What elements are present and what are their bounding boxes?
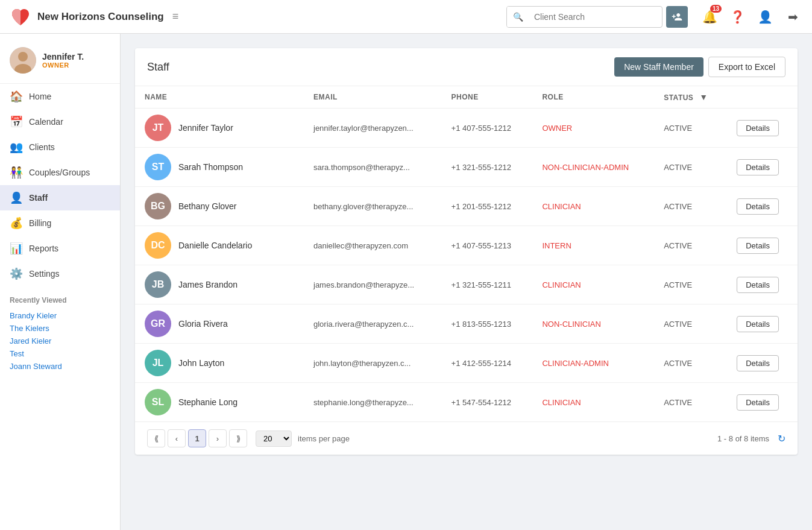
items-per-page-label: items per page (298, 434, 350, 443)
reports-nav-icon: 📊 (10, 242, 23, 255)
staff-action-cell-7: Details (727, 383, 798, 422)
staff-name-cell-3: DC Danielle Candelario (135, 226, 304, 265)
sidebar-item-home[interactable]: 🏠Home (0, 84, 120, 109)
staff-name-0: Jennifer Taylor (178, 123, 233, 133)
recent-link[interactable]: The Kielers (10, 322, 110, 335)
staff-status-cell-0: ACTIVE (654, 109, 727, 148)
staff-name-2: Bethany Glover (178, 201, 237, 211)
export-excel-button[interactable]: Export to Excel (708, 57, 785, 77)
details-button-0[interactable]: Details (737, 120, 779, 136)
details-button-4[interactable]: Details (737, 277, 779, 293)
staff-name-3: Danielle Candelario (178, 241, 252, 250)
sidebar-item-label-calendar: Calendar (29, 117, 63, 127)
add-client-button[interactable] (666, 6, 688, 28)
sidebar-item-label-reports: Reports (29, 244, 58, 253)
clients-nav-icon: 👥 (10, 140, 23, 154)
refresh-icon[interactable]: ↻ (778, 433, 785, 444)
sidebar-item-couples[interactable]: 👫Couples/Groups (0, 160, 120, 185)
search-area: 🔍 (506, 6, 688, 28)
staff-role-cell-3: INTERN (532, 226, 654, 265)
staff-name-1: Sarah Thompson (178, 162, 243, 172)
billing-nav-icon: 💰 (10, 216, 23, 230)
svg-point-1 (18, 52, 28, 62)
staff-phone-cell-6: +1 412-555-1214 (442, 344, 533, 383)
staff-status-cell-5: ACTIVE (654, 304, 727, 344)
staff-avatar-2: BG (145, 193, 171, 219)
staff-status-cell-4: ACTIVE (654, 265, 727, 304)
last-page-button[interactable]: ⟫ (229, 429, 247, 447)
staff-name-cell-0: JT Jennifer Taylor (135, 109, 304, 148)
sidebar-item-clients[interactable]: 👥Clients (0, 134, 120, 160)
recent-link[interactable]: Test (10, 347, 110, 360)
staff-email-cell-5: gloria.rivera@therapyzen.c... (304, 304, 442, 344)
next-page-button[interactable]: › (209, 429, 227, 447)
staff-action-cell-3: Details (727, 226, 798, 265)
help-button[interactable]: ❓ (728, 7, 747, 27)
staff-role-cell-7: CLINICIAN (532, 383, 654, 422)
table-row: GR Gloria Rivera gloria.rivera@therapyze… (135, 304, 798, 344)
staff-avatar-7: SL (145, 389, 171, 415)
table-row: JB James Brandon james.brandon@therapyze… (135, 265, 798, 304)
staff-role-cell-6: CLINICIAN-ADMIN (532, 344, 654, 383)
details-button-3[interactable]: Details (737, 238, 779, 254)
table-row: JT Jennifer Taylor jennifer.taylor@thera… (135, 109, 798, 148)
recent-link[interactable]: Joann Steward (10, 360, 110, 373)
couples-nav-icon: 👫 (10, 166, 23, 179)
page-1-button[interactable]: 1 (188, 429, 206, 447)
hamburger-menu[interactable]: ≡ (172, 10, 179, 23)
sidebar-item-staff[interactable]: 👤Staff (0, 185, 120, 210)
sidebar-item-reports[interactable]: 📊Reports (0, 236, 120, 261)
staff-email-cell-7: stephanie.long@therapyze... (304, 383, 442, 422)
main-content: Staff New Staff Member Export to Excel N… (121, 34, 812, 530)
staff-name-4: James Brandon (178, 280, 238, 289)
staff-phone-cell-7: +1 547-554-1212 (442, 383, 533, 422)
staff-name-cell-4: JB James Brandon (135, 265, 304, 304)
table-row: DC Danielle Candelario daniellec@therapy… (135, 226, 798, 265)
prev-page-button[interactable]: ‹ (168, 429, 186, 447)
details-button-2[interactable]: Details (737, 198, 779, 215)
items-per-page-select[interactable]: 20 50 100 (256, 431, 292, 447)
staff-name-5: Gloria Rivera (178, 319, 228, 329)
details-button-7[interactable]: Details (737, 394, 779, 411)
staff-avatar-0: JT (145, 115, 171, 141)
details-button-5[interactable]: Details (737, 316, 779, 332)
staff-header: Staff New Staff Member Export to Excel (135, 48, 798, 86)
calendar-nav-icon: 📅 (10, 115, 23, 128)
details-button-6[interactable]: Details (737, 355, 779, 371)
staff-name-6: John Layton (178, 358, 224, 368)
recent-link[interactable]: Jared Kieler (10, 335, 110, 347)
new-staff-button[interactable]: New Staff Member (614, 57, 703, 77)
staff-role-cell-5: NON-CLINICIAN (532, 304, 654, 344)
staff-action-cell-4: Details (727, 265, 798, 304)
sidebar-item-settings[interactable]: ⚙️Settings (0, 261, 120, 286)
staff-name-cell-7: SL Stephanie Long (135, 383, 304, 422)
sidebar-item-label-home: Home (29, 92, 51, 101)
user-info: Jennifer T. OWNER (42, 52, 84, 69)
staff-email-cell-4: james.brandon@therapyze... (304, 265, 442, 304)
user-role: OWNER (42, 62, 84, 69)
staff-name-7: Stephanie Long (178, 397, 238, 407)
sidebar-item-calendar[interactable]: 📅Calendar (0, 109, 120, 134)
staff-phone-cell-4: +1 321-555-1211 (442, 265, 533, 304)
staff-table-body: JT Jennifer Taylor jennifer.taylor@thera… (135, 109, 798, 422)
settings-nav-icon: ⚙️ (10, 267, 23, 280)
pagination-info: 1 - 8 of 8 items (717, 434, 769, 443)
recent-link[interactable]: Brandy Kieler (10, 309, 110, 322)
staff-table: NAME EMAIL PHONE ROLE STATUS ▼ (135, 86, 798, 421)
user-avatar (10, 47, 36, 74)
user-name: Jennifer T. (42, 52, 84, 62)
staff-action-cell-5: Details (727, 304, 798, 344)
staff-avatar-5: GR (145, 311, 171, 337)
search-icon-button[interactable]: 🔍 (507, 7, 529, 27)
logout-button[interactable]: ➡ (783, 7, 802, 27)
staff-action-cell-0: Details (727, 109, 798, 148)
filter-icon[interactable]: ▼ (699, 92, 708, 102)
details-button-1[interactable]: Details (737, 159, 779, 175)
account-button[interactable]: 👤 (755, 7, 775, 27)
sidebar-item-billing[interactable]: 💰Billing (0, 210, 120, 236)
notifications-button[interactable]: 🔔 13 (700, 7, 719, 27)
first-page-button[interactable]: ⟪ (147, 429, 165, 447)
staff-status-cell-7: ACTIVE (654, 383, 727, 422)
topnav-icons: 🔔 13 ❓ 👤 ➡ (700, 7, 802, 27)
client-search-input[interactable] (529, 12, 662, 22)
